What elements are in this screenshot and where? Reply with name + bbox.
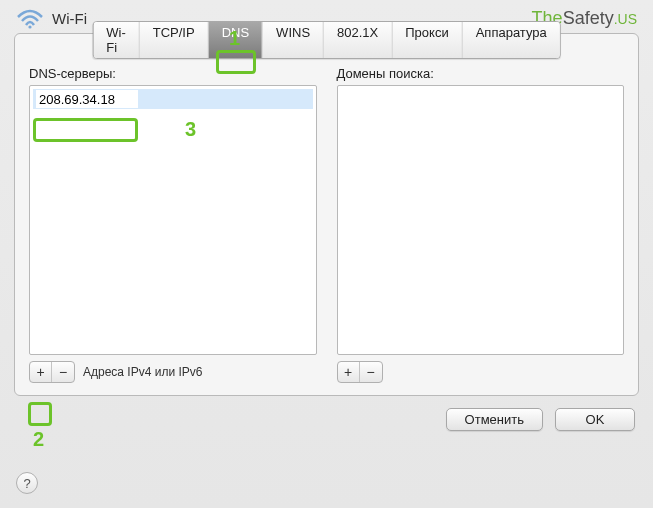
search-domains-label: Домены поиска: (337, 66, 625, 81)
domains-plus-minus: + − (337, 361, 383, 383)
wifi-icon (16, 9, 44, 29)
cancel-button[interactable]: Отменить (446, 408, 543, 431)
dns-hint: Адреса IPv4 или IPv6 (83, 365, 202, 379)
settings-panel: Wi-Fi TCP/IP DNS WINS 802.1X Прокси Аппа… (14, 33, 639, 396)
tab-tcpip[interactable]: TCP/IP (140, 22, 209, 58)
dns-remove-button[interactable]: − (52, 362, 74, 382)
dns-servers-label: DNS-серверы: (29, 66, 317, 81)
tab-8021x[interactable]: 802.1X (324, 22, 392, 58)
dns-entry-input[interactable] (36, 90, 138, 108)
tab-wins[interactable]: WINS (263, 22, 324, 58)
tab-proxy[interactable]: Прокси (392, 22, 462, 58)
dns-entry-row[interactable] (33, 89, 313, 109)
domains-remove-button[interactable]: − (360, 362, 382, 382)
tab-bar: Wi-Fi TCP/IP DNS WINS 802.1X Прокси Аппа… (92, 21, 561, 59)
dns-add-button[interactable]: + (30, 362, 52, 382)
search-domains-list[interactable] (337, 85, 625, 355)
marker-2-label: 2 (33, 428, 44, 451)
domains-add-button[interactable]: + (338, 362, 360, 382)
tab-wifi[interactable]: Wi-Fi (93, 22, 140, 58)
ok-button[interactable]: OK (555, 408, 635, 431)
help-button[interactable]: ? (16, 472, 38, 494)
svg-point-0 (28, 25, 31, 28)
tab-hardware[interactable]: Аппаратура (463, 22, 560, 58)
dns-servers-list[interactable] (29, 85, 317, 355)
tab-dns[interactable]: DNS (209, 22, 263, 58)
page-title: Wi-Fi (52, 10, 87, 27)
dns-plus-minus: + − (29, 361, 75, 383)
